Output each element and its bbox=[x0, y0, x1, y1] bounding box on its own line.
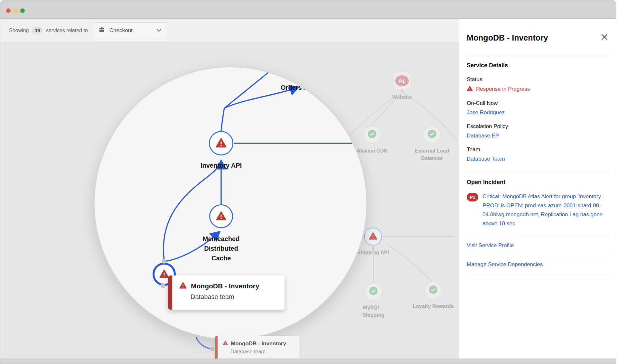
edge-anchor-dot bbox=[162, 259, 166, 264]
oncall-user-link[interactable]: Jose Rodriguez bbox=[467, 109, 505, 116]
service-graph-canvas[interactable]: P1 Website Akamai CDN External Load Bala… bbox=[0, 42, 459, 359]
node-akamai-cdn[interactable] bbox=[363, 126, 381, 144]
warning-triangle-icon bbox=[179, 282, 187, 290]
warning-triangle-icon bbox=[216, 138, 227, 149]
warning-triangle-icon bbox=[159, 269, 169, 279]
team-link[interactable]: Database Team bbox=[467, 156, 505, 162]
close-window-button[interactable] bbox=[6, 8, 11, 13]
divider bbox=[467, 171, 609, 171]
incident-title-link[interactable]: Critical: MongoDB Atlas Alert for group … bbox=[482, 193, 604, 227]
divider bbox=[467, 274, 609, 274]
service-tooltip-faded: MongoDB - Inventory Database team bbox=[215, 336, 300, 359]
oncall-label: On-Call Now bbox=[467, 100, 609, 107]
node-memcached-cache[interactable] bbox=[209, 204, 233, 228]
traffic-lights bbox=[6, 8, 25, 13]
edge-anchor-dot bbox=[161, 283, 165, 288]
p1-priority-badge: P1 bbox=[395, 75, 409, 86]
tooltip-team-name: Database team bbox=[230, 349, 286, 355]
service-filter-dropdown[interactable]: Checkout bbox=[93, 22, 167, 39]
warning-triangle-icon bbox=[216, 211, 226, 222]
manage-dependencies-link[interactable]: Manage Service Dependencies bbox=[467, 261, 543, 267]
status-text: Response in Progress bbox=[476, 86, 530, 92]
service-count-badge: 19 bbox=[32, 27, 43, 34]
tooltip-service-name: MongoDB - Inventory bbox=[231, 341, 286, 347]
node-memcached-cache-label: Memcached Distributed Cache bbox=[197, 234, 245, 263]
tooltip-severity-bar bbox=[215, 336, 218, 359]
warning-triangle-icon bbox=[467, 86, 473, 93]
app-window: Showing 19 services related to Checkout bbox=[0, 0, 616, 364]
escalation-policy-label: Escalation Policy bbox=[467, 123, 609, 130]
node-external-load-balancer[interactable] bbox=[423, 126, 441, 144]
close-icon[interactable] bbox=[600, 32, 609, 43]
service-details-heading: Service Details bbox=[467, 62, 609, 69]
visit-service-profile-link[interactable]: Visit Service Profile bbox=[467, 242, 514, 248]
showing-label: Showing bbox=[9, 28, 29, 33]
toolbar: Showing 19 services related to Checkout bbox=[0, 19, 459, 42]
panel-title: MongoDB - Inventory bbox=[467, 33, 548, 42]
node-loyalty-rewards[interactable] bbox=[424, 281, 442, 299]
node-shipping-api[interactable] bbox=[364, 228, 382, 246]
open-incident-heading: Open Incident bbox=[467, 179, 609, 186]
titlebar bbox=[0, 0, 616, 19]
service-tooltip[interactable]: MongoDB - Inventory Database team bbox=[168, 275, 285, 310]
node-inventory-api-label: Inventory API bbox=[189, 161, 253, 170]
incident-priority-badge: P1 bbox=[467, 193, 478, 201]
escalation-policy-link[interactable]: Database EP bbox=[467, 133, 499, 139]
minimize-window-button[interactable] bbox=[13, 8, 18, 13]
warning-triangle-icon bbox=[223, 341, 228, 347]
node-inventory-api[interactable] bbox=[209, 131, 233, 155]
check-circle-icon bbox=[369, 287, 378, 296]
tooltip-severity-bar bbox=[168, 275, 172, 310]
node-mysql-shipping[interactable] bbox=[364, 283, 382, 301]
zoom-window-button[interactable] bbox=[20, 8, 25, 13]
status-value: Response in Progress bbox=[467, 86, 609, 93]
magnifier-loupe[interactable]: Orders A Inventory API Memcached Distrib… bbox=[94, 66, 367, 340]
check-circle-icon bbox=[428, 130, 436, 139]
node-website[interactable]: P1 bbox=[393, 71, 411, 90]
team-label: Team bbox=[467, 146, 609, 153]
check-circle-icon bbox=[368, 130, 376, 139]
divider bbox=[467, 54, 609, 54]
tooltip-service-name: MongoDB - Inventory bbox=[191, 282, 259, 290]
check-circle-icon bbox=[429, 285, 437, 295]
window-bottom-edge bbox=[0, 359, 616, 364]
status-label: Status bbox=[467, 76, 609, 83]
dropdown-value: Checkout bbox=[109, 27, 133, 34]
tooltip-team-name: Database team bbox=[191, 293, 259, 301]
services-related-label: services related to bbox=[46, 28, 88, 33]
service-detail-panel: MongoDB - Inventory Service Details Stat… bbox=[459, 19, 616, 359]
briefcase-icon bbox=[98, 26, 105, 34]
warning-triangle-icon bbox=[369, 232, 377, 241]
chevron-down-icon bbox=[156, 27, 162, 34]
